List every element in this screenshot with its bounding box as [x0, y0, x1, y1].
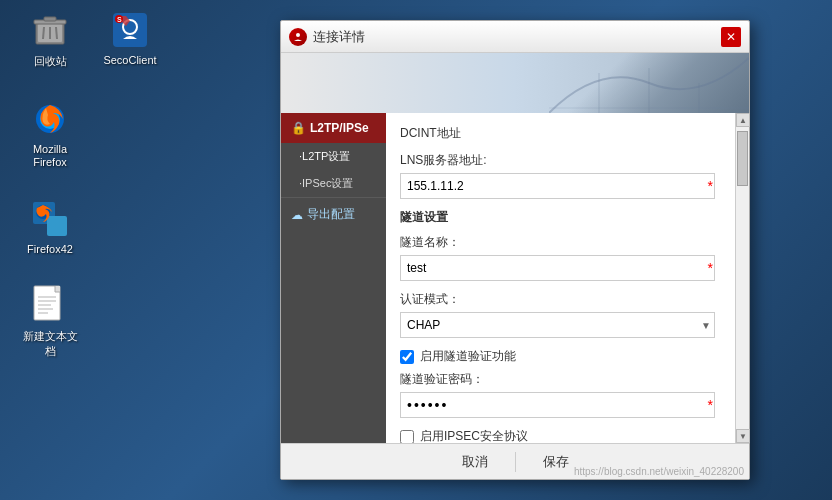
auth-mode-label: 认证模式： — [400, 291, 715, 308]
seco-client-icon[interactable]: S SecoClient — [100, 10, 160, 69]
sidebar-export[interactable]: ☁ 导出配置 — [281, 197, 386, 231]
tunnel-name-input-wrapper: * — [400, 255, 715, 281]
seco-client-image: S — [110, 10, 150, 50]
tunnel-password-label: 隧道验证密码： — [400, 371, 715, 388]
tunnel-password-input[interactable] — [400, 392, 715, 418]
connection-detail-dialog: 连接详情 ✕ 🔒 L2TP/IPSe ·L2TP设置 ·IPSec设置 — [280, 20, 750, 480]
recycle-bin-image — [30, 10, 70, 50]
scroll-thumb[interactable] — [737, 131, 748, 186]
svg-line-6 — [56, 27, 57, 39]
tunnel-name-label: 隧道名称： — [400, 234, 715, 251]
scroll-up-btn[interactable]: ▲ — [736, 113, 750, 127]
new-doc-label: 新建文本文档 — [20, 329, 80, 359]
lns-label: LNS服务器地址: — [400, 152, 715, 169]
dialog-content-area[interactable]: DCINT地址 LNS服务器地址: * 隧道设置 隧道名称： — [386, 113, 735, 443]
icon-row-4: 新建文本文档 — [20, 285, 160, 359]
tunnel-name-required: * — [708, 260, 713, 276]
tunnel-password-required: * — [708, 397, 713, 413]
dialog-banner — [281, 53, 749, 113]
firefox42-icon[interactable]: Firefox42 — [20, 199, 80, 255]
icon-row-3: Firefox42 — [20, 199, 160, 255]
firefox42-label: Firefox42 — [27, 243, 73, 255]
tunnel-password-input-wrapper: * — [400, 392, 715, 418]
tunnel-section-title: 隧道设置 — [400, 209, 715, 228]
dialog-close-button[interactable]: ✕ — [721, 27, 741, 47]
auth-mode-select[interactable]: CHAP PAP MS-CHAPv2 — [400, 312, 715, 338]
tunnel-name-group: 隧道名称： * — [400, 234, 715, 281]
seco-client-label: SecoClient — [103, 54, 156, 66]
svg-text:S: S — [117, 16, 122, 23]
mozilla-firefox-label: MozillaFirefox — [33, 143, 67, 169]
dialog-title-icon — [289, 28, 307, 46]
enable-ipsec-row: 启用IPSEC安全协议 — [400, 428, 715, 443]
sidebar-header: 🔒 L2TP/IPSe — [281, 113, 386, 143]
dialog-body: 🔒 L2TP/IPSe ·L2TP设置 ·IPSec设置 ☁ 导出配置 DCIN… — [281, 113, 749, 443]
icon-row-1: 回收站 S SecoClient — [20, 10, 160, 69]
lns-input[interactable] — [400, 173, 715, 199]
firefox-image — [30, 99, 70, 139]
dialog-title: 连接详情 — [313, 28, 721, 46]
new-doc-icon[interactable]: 新建文本文档 — [20, 285, 80, 359]
lns-required-star: * — [708, 178, 713, 194]
enable-tunnel-row: 启用隧道验证功能 — [400, 348, 715, 365]
tunnel-password-group: 隧道验证密码： * — [400, 371, 715, 418]
mozilla-firefox-icon[interactable]: MozillaFirefox — [20, 99, 80, 169]
auth-mode-group: 认证模式： CHAP PAP MS-CHAPv2 ▼ — [400, 291, 715, 338]
enable-tunnel-checkbox[interactable] — [400, 350, 414, 364]
sidebar-header-label: L2TP/IPSe — [310, 121, 369, 135]
dialog-titlebar: 连接详情 ✕ — [281, 21, 749, 53]
footer-url: https://blog.csdn.net/weixin_40228200 — [574, 466, 744, 477]
auth-mode-select-wrapper: CHAP PAP MS-CHAPv2 ▼ — [400, 312, 715, 338]
recycle-bin-icon[interactable]: 回收站 — [20, 10, 80, 69]
firefox42-image — [30, 199, 70, 239]
sidebar-item-l2tp[interactable]: ·L2TP设置 — [281, 143, 386, 170]
lock-icon: 🔒 — [291, 121, 306, 135]
cloud-icon: ☁ — [291, 208, 303, 222]
enable-ipsec-checkbox[interactable] — [400, 430, 414, 444]
svg-line-4 — [43, 27, 44, 39]
svg-point-22 — [296, 33, 300, 37]
export-label: 导出配置 — [307, 206, 355, 223]
svg-rect-14 — [47, 216, 67, 236]
scroll-down-btn[interactable]: ▼ — [736, 429, 750, 443]
enable-tunnel-label: 启用隧道验证功能 — [420, 348, 516, 365]
enable-ipsec-label: 启用IPSEC安全协议 — [420, 428, 528, 443]
recycle-bin-label: 回收站 — [34, 54, 67, 69]
sidebar-item-ipsec[interactable]: ·IPSec设置 — [281, 170, 386, 197]
banner-bridge-svg — [549, 53, 749, 113]
dialog-sidebar: 🔒 L2TP/IPSe ·L2TP设置 ·IPSec设置 ☁ 导出配置 — [281, 113, 386, 443]
lns-input-wrapper: * — [400, 173, 715, 199]
scrollbar[interactable]: ▲ ▼ — [735, 113, 749, 443]
svg-rect-3 — [44, 17, 56, 21]
dcint-group: DCINT地址 — [400, 123, 715, 142]
desktop: 回收站 S SecoClient — [0, 0, 832, 500]
desktop-icons-area: 回收站 S SecoClient — [20, 10, 160, 359]
icon-row-2: MozillaFirefox — [20, 99, 160, 169]
cancel-button[interactable]: 取消 — [435, 444, 515, 480]
tunnel-name-input[interactable] — [400, 255, 715, 281]
dcint-label: DCINT地址 — [400, 126, 461, 140]
lns-group: LNS服务器地址: * — [400, 152, 715, 199]
new-doc-image — [30, 285, 70, 325]
dialog-footer: 取消 保存 https://blog.csdn.net/weixin_40228… — [281, 443, 749, 479]
